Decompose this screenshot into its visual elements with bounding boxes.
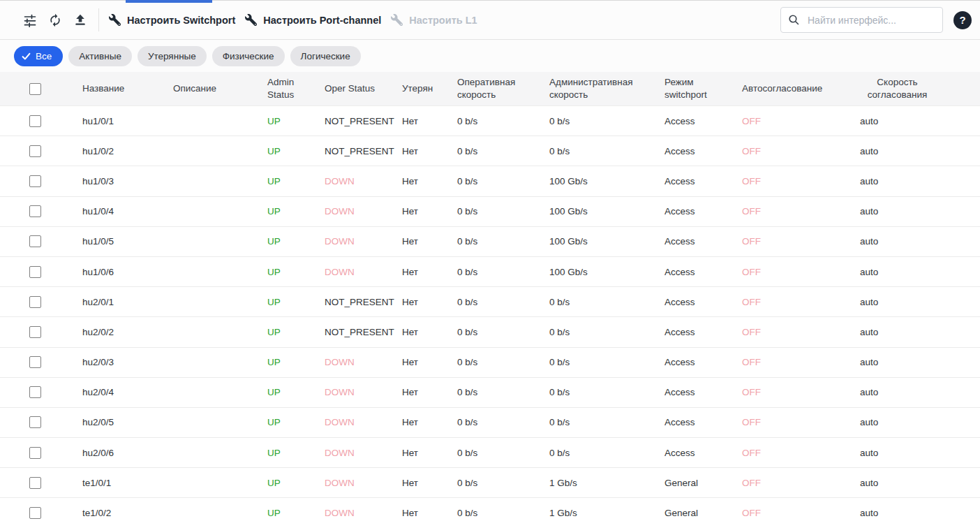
cell-neg_speed: auto bbox=[860, 146, 980, 156]
cell-oper_speed: 0 b/s bbox=[457, 236, 549, 247]
select-all-checkbox[interactable] bbox=[29, 83, 41, 95]
scroll-indicator[interactable] bbox=[126, 0, 212, 3]
row-checkbox[interactable] bbox=[29, 477, 41, 489]
cell-switchport_mode: Access bbox=[665, 236, 742, 247]
table-row: hu1/0/2UPNOT_PRESENTНет0 b/s0 b/sAccessO… bbox=[0, 136, 980, 166]
column-header: Оперативная скорость bbox=[457, 76, 549, 101]
table-row: hu2/0/5UPDOWNНет0 b/s0 b/sAccessOFFauto bbox=[0, 408, 980, 438]
row-checkbox-cell bbox=[0, 477, 82, 489]
configure-switchport-button[interactable]: Настроить Switchport bbox=[109, 14, 235, 26]
cell-oper_status: DOWN bbox=[325, 448, 402, 458]
cell-switchport_mode: Access bbox=[665, 297, 742, 307]
cell-admin_status: UP bbox=[267, 327, 325, 337]
filter-pill-2[interactable]: Утерянные bbox=[138, 46, 207, 66]
cell-admin_speed: 0 b/s bbox=[549, 327, 665, 337]
cell-oper_speed: 0 b/s bbox=[457, 206, 549, 217]
cell-name: hu1/0/2 bbox=[82, 146, 173, 156]
cell-admin_status: UP bbox=[267, 417, 325, 427]
row-checkbox[interactable] bbox=[29, 507, 41, 519]
cell-oper_speed: 0 b/s bbox=[457, 297, 549, 307]
cell-lost: Нет bbox=[402, 357, 457, 367]
row-checkbox[interactable] bbox=[29, 145, 41, 157]
cell-name: hu2/0/3 bbox=[82, 357, 173, 367]
cell-admin_speed: 100 Gb/s bbox=[549, 267, 665, 277]
row-checkbox[interactable] bbox=[29, 386, 41, 398]
cell-oper_speed: 0 b/s bbox=[457, 448, 549, 458]
cell-admin_speed: 0 b/s bbox=[549, 116, 665, 126]
cell-switchport_mode: Access bbox=[665, 417, 742, 427]
cell-admin_speed: 0 b/s bbox=[549, 387, 665, 397]
cell-admin_speed: 100 Gb/s bbox=[549, 176, 665, 186]
help-button[interactable]: ? bbox=[953, 11, 972, 29]
row-checkbox[interactable] bbox=[29, 326, 41, 338]
table-row: hu1/0/4UPDOWNНет0 b/s100 Gb/sAccessOFFau… bbox=[0, 197, 980, 227]
cell-neg_speed: auto bbox=[860, 508, 980, 518]
cell-admin_status: UP bbox=[267, 267, 325, 277]
filter-pill-1[interactable]: Активные bbox=[68, 46, 132, 66]
row-checkbox[interactable] bbox=[29, 416, 41, 428]
cell-autoneg: OFF bbox=[742, 146, 860, 156]
row-checkbox[interactable] bbox=[29, 205, 41, 217]
cell-switchport_mode: General bbox=[665, 478, 742, 488]
cell-autoneg: OFF bbox=[742, 327, 860, 337]
cell-name: hu2/0/6 bbox=[82, 448, 173, 458]
cell-autoneg: OFF bbox=[742, 508, 860, 518]
cell-admin_speed: 0 b/s bbox=[549, 357, 665, 367]
refresh-icon[interactable] bbox=[48, 13, 62, 27]
cell-oper_speed: 0 b/s bbox=[457, 176, 549, 186]
cell-oper_speed: 0 b/s bbox=[457, 116, 549, 126]
cell-oper_status: DOWN bbox=[325, 357, 402, 367]
cell-name: hu1/0/4 bbox=[82, 206, 173, 217]
cell-name: hu1/0/3 bbox=[82, 176, 173, 186]
cell-admin_status: UP bbox=[267, 116, 325, 126]
cell-oper_status: DOWN bbox=[325, 236, 402, 247]
cell-oper_speed: 0 b/s bbox=[457, 357, 549, 367]
filter-pill-3[interactable]: Физические bbox=[212, 46, 285, 66]
cell-admin_speed: 0 b/s bbox=[549, 146, 665, 156]
cell-lost: Нет bbox=[402, 478, 457, 488]
cell-neg_speed: auto bbox=[860, 478, 980, 488]
cell-autoneg: OFF bbox=[742, 297, 860, 307]
configure-portchannel-button[interactable]: Настроить Port-channel bbox=[245, 14, 381, 26]
filter-pill-4[interactable]: Логические bbox=[290, 46, 361, 66]
cell-name: hu1/0/1 bbox=[82, 116, 173, 126]
upload-icon[interactable] bbox=[73, 13, 87, 27]
cell-oper_status: DOWN bbox=[325, 478, 402, 488]
table-row: hu2/0/3UPDOWNНет0 b/s0 b/sAccessOFFauto bbox=[0, 348, 980, 378]
configure-switchport-label: Настроить Switchport bbox=[127, 15, 235, 26]
row-checkbox[interactable] bbox=[29, 356, 41, 368]
row-checkbox[interactable] bbox=[29, 235, 41, 247]
cell-switchport_mode: Access bbox=[665, 387, 742, 397]
row-checkbox[interactable] bbox=[29, 175, 41, 187]
cell-lost: Нет bbox=[402, 176, 457, 186]
cell-oper_speed: 0 b/s bbox=[457, 146, 549, 156]
filter-pill-label: Все bbox=[36, 51, 52, 61]
filter-pill-label: Активные bbox=[79, 51, 121, 61]
filter-pill-0[interactable]: Все bbox=[14, 46, 63, 66]
toolbar-divider bbox=[98, 8, 99, 31]
cell-name: te1/0/2 bbox=[82, 508, 173, 518]
filter-pill-label: Физические bbox=[223, 51, 274, 61]
cell-admin_status: UP bbox=[267, 508, 325, 518]
wrench-icon bbox=[391, 14, 403, 26]
toolbar: Настроить Switchport Настроить Port-chan… bbox=[0, 0, 980, 40]
row-checkbox[interactable] bbox=[29, 296, 41, 308]
cell-oper_status: DOWN bbox=[325, 267, 402, 277]
row-checkbox-cell bbox=[0, 266, 82, 278]
cell-autoneg: OFF bbox=[742, 387, 860, 397]
cell-name: te1/0/1 bbox=[82, 478, 173, 488]
sliders-icon[interactable] bbox=[23, 13, 37, 27]
cell-oper_status: NOT_PRESENT bbox=[325, 116, 402, 126]
search-input[interactable] bbox=[806, 14, 935, 27]
cell-switchport_mode: General bbox=[665, 508, 742, 518]
row-checkbox[interactable] bbox=[29, 115, 41, 127]
configure-portchannel-label: Настроить Port-channel bbox=[263, 15, 381, 26]
column-header: Oper Status bbox=[325, 82, 402, 95]
row-checkbox[interactable] bbox=[29, 447, 41, 459]
row-checkbox[interactable] bbox=[29, 266, 41, 278]
cell-admin_status: UP bbox=[267, 297, 325, 307]
cell-name: hu2/0/1 bbox=[82, 297, 173, 307]
cell-switchport_mode: Access bbox=[665, 357, 742, 367]
row-checkbox-cell bbox=[0, 447, 82, 459]
cell-neg_speed: auto bbox=[860, 448, 980, 458]
